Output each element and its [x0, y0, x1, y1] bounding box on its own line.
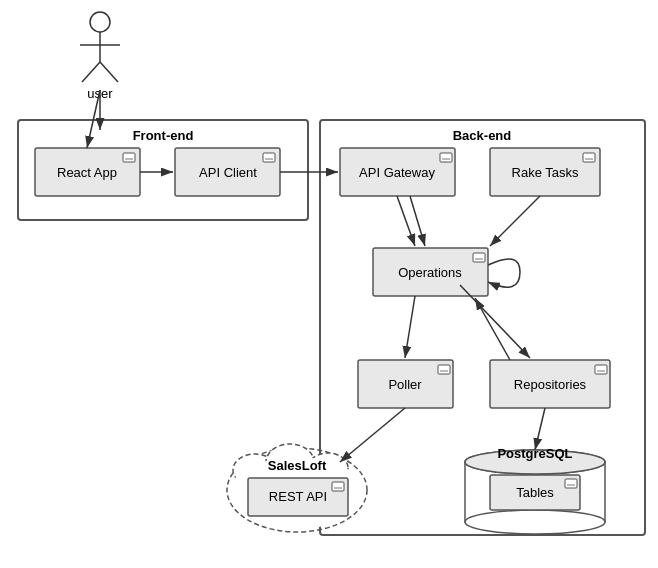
api-gateway-label: API Gateway — [359, 165, 435, 180]
arrow-poller-salesloft — [340, 408, 405, 462]
operations-icon — [473, 253, 485, 262]
rake-tasks-label: Rake Tasks — [512, 165, 579, 180]
repositories-icon — [595, 365, 607, 374]
arrow-repositories-operations — [475, 298, 510, 360]
architecture-diagram: Front-end Back-end user React App API Cl… — [0, 0, 658, 568]
tables-label: Tables — [516, 485, 554, 500]
frontend-label: Front-end — [133, 128, 194, 143]
rest-api-label: REST API — [269, 489, 327, 504]
poller-icon — [438, 365, 450, 374]
actor-right-leg — [100, 62, 118, 82]
salesloft-label: SalesLoft — [268, 458, 327, 473]
backend-label: Back-end — [453, 128, 512, 143]
rake-tasks-icon — [583, 153, 595, 162]
diagram-svg: Front-end Back-end user React App API Cl… — [0, 0, 658, 568]
postgresql-bottom — [465, 510, 605, 534]
api-gateway-icon — [440, 153, 452, 162]
arrow-operations-self — [488, 259, 520, 287]
tables-icon — [565, 479, 577, 488]
actor-left-leg — [82, 62, 100, 82]
actor-head — [90, 12, 110, 32]
poller-label: Poller — [388, 377, 422, 392]
arrow-raketasks-operations — [490, 196, 540, 246]
operations-label: Operations — [398, 265, 462, 280]
api-client-icon — [263, 153, 275, 162]
arrow-repositories-postgresql — [535, 408, 545, 450]
arrow-operations-repositories — [460, 285, 530, 358]
rest-api-icon — [332, 482, 344, 491]
arrow-operations-poller — [405, 296, 415, 358]
repositories-label: Repositories — [514, 377, 587, 392]
react-app-icon — [123, 153, 135, 162]
react-app-label: React App — [57, 165, 117, 180]
api-client-label: API Client — [199, 165, 257, 180]
